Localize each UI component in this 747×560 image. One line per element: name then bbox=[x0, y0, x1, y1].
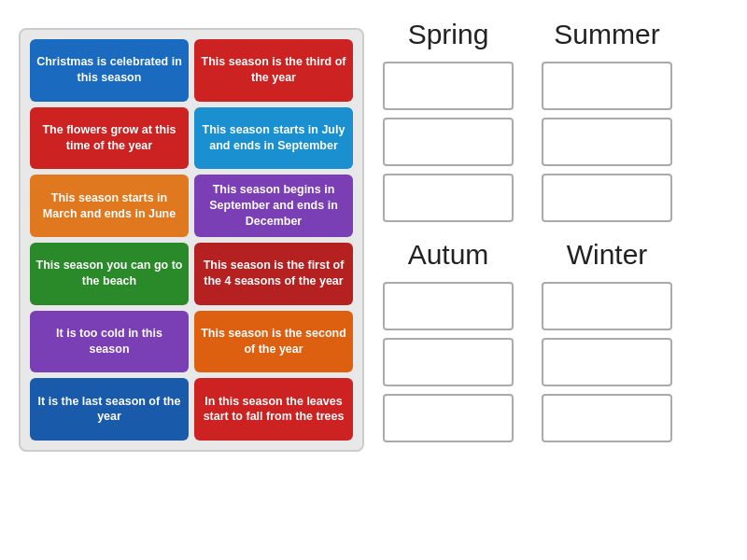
card-christmas[interactable]: Christmas is celebrated in this season bbox=[30, 39, 189, 102]
drop-box-autumn-3[interactable] bbox=[383, 394, 514, 442]
drop-box-spring-2[interactable] bbox=[383, 118, 514, 166]
cards-panel: Christmas is celebrated in this seasonTh… bbox=[19, 28, 364, 452]
card-last[interactable]: It is the last season of the year bbox=[30, 378, 189, 441]
season-column-summer: Summer bbox=[542, 19, 672, 222]
drop-box-summer-1[interactable] bbox=[542, 62, 672, 110]
season-title-summer: Summer bbox=[554, 19, 659, 50]
season-column-spring: Spring bbox=[383, 19, 514, 222]
seasons-bottom-row: AutumWinter bbox=[383, 239, 728, 442]
card-september[interactable]: This season begins in September and ends… bbox=[194, 175, 353, 237]
card-second[interactable]: This season is the second of the year bbox=[194, 311, 353, 373]
card-first[interactable]: This season is the first of the 4 season… bbox=[194, 243, 353, 305]
card-cold[interactable]: It is too cold in this season bbox=[30, 311, 189, 373]
drop-box-spring-1[interactable] bbox=[383, 62, 514, 110]
card-july[interactable]: This season starts in July and ends in S… bbox=[194, 107, 353, 170]
card-march[interactable]: This season starts in March and ends in … bbox=[30, 175, 189, 237]
drop-box-autumn-1[interactable] bbox=[383, 282, 514, 330]
season-title-winter: Winter bbox=[567, 239, 648, 271]
drop-box-winter-1[interactable] bbox=[542, 282, 672, 330]
season-title-autumn: Autum bbox=[408, 239, 489, 271]
drop-box-summer-2[interactable] bbox=[542, 118, 672, 166]
card-third[interactable]: This season is the third of the year bbox=[194, 39, 353, 102]
drop-box-summer-3[interactable] bbox=[542, 174, 672, 222]
drop-targets-panel: SpringSummer AutumWinter bbox=[383, 19, 728, 541]
card-flowers[interactable]: The flowers grow at this time of the yea… bbox=[30, 107, 189, 170]
season-column-autumn: Autum bbox=[383, 239, 514, 442]
drop-box-autumn-2[interactable] bbox=[383, 338, 514, 386]
card-beach[interactable]: This season you can go to the beach bbox=[30, 243, 189, 305]
drop-box-spring-3[interactable] bbox=[383, 174, 514, 222]
season-column-winter: Winter bbox=[542, 239, 672, 442]
seasons-top-row: SpringSummer bbox=[383, 19, 728, 222]
card-leaves[interactable]: In this season the leaves start to fall … bbox=[194, 378, 353, 441]
drop-box-winter-3[interactable] bbox=[542, 394, 672, 442]
season-title-spring: Spring bbox=[408, 19, 489, 50]
drop-box-winter-2[interactable] bbox=[542, 338, 672, 386]
